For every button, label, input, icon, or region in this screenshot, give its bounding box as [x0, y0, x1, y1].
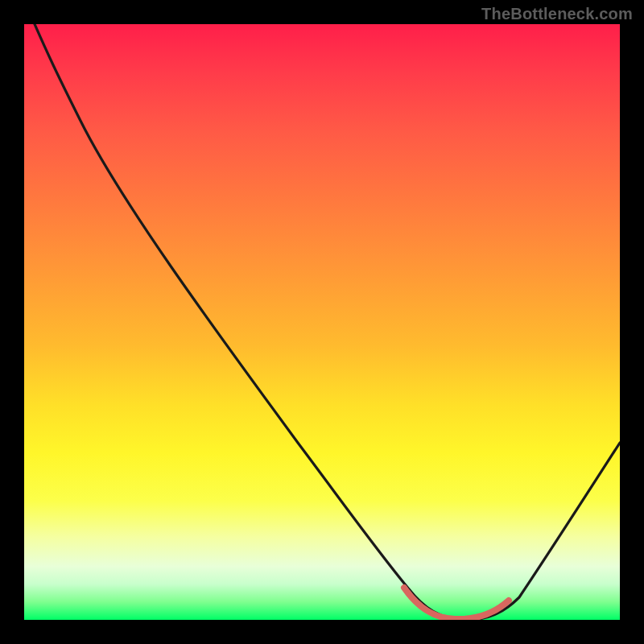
bottleneck-curve — [24, 24, 620, 620]
curve-layer — [24, 24, 620, 620]
highlight-segment — [404, 588, 509, 619]
watermark-text: TheBottleneck.com — [481, 5, 633, 23]
plot-area — [24, 24, 620, 620]
chart-frame: TheBottleneck.com — [0, 0, 644, 644]
